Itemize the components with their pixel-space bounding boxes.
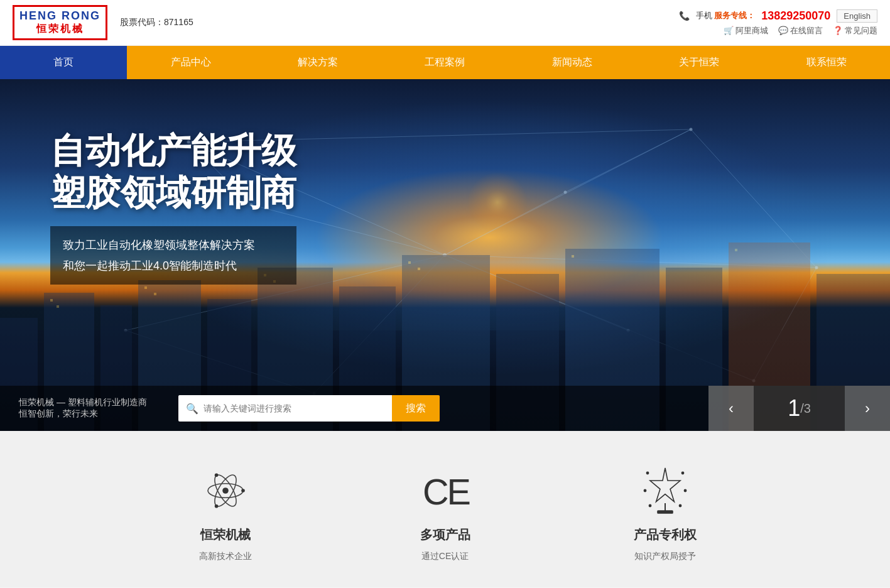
search-box: 🔍 — [178, 395, 392, 422]
nav-solutions[interactable]: 解决方案 — [254, 46, 381, 79]
svg-text:CE: CE — [423, 472, 469, 512]
search-input[interactable] — [204, 403, 367, 413]
svg-point-60 — [681, 472, 683, 474]
svg-line-14 — [565, 129, 691, 192]
hero-tagline: 恒荣机械 — 塑料辅机行业制造商 恒智创新，荣行未来 — [0, 397, 166, 420]
ali-store-link[interactable]: 🛒 阿里商城 — [724, 25, 768, 36]
prev-slide-button[interactable]: ‹ — [708, 386, 754, 431]
nav-home[interactable]: 首页 — [0, 46, 127, 79]
ce-mark-icon: CE — [417, 462, 474, 519]
comment-icon: 💬 — [778, 26, 788, 35]
phone-icon: 📞 — [679, 11, 690, 21]
nav-contact[interactable]: 联系恒荣 — [763, 46, 890, 79]
feature-ce: CE 多项产品 通过CE认证 — [335, 462, 555, 562]
cart-icon: 🛒 — [724, 26, 734, 35]
svg-rect-49 — [735, 249, 737, 251]
site-header: HENG RONG 恒荣机械 股票代码：871165 📞 手机 服务专线： 13… — [0, 0, 890, 46]
svg-point-22 — [564, 191, 567, 194]
search-button[interactable]: 搜索 — [392, 395, 440, 422]
feature-hengrong-title: 恒荣机械 — [200, 526, 251, 543]
nav-cases[interactable]: 工程案例 — [381, 46, 508, 79]
svg-rect-46 — [408, 261, 411, 264]
svg-point-18 — [815, 266, 818, 270]
feature-ce-desc: 通过CE认证 — [421, 551, 469, 562]
svg-point-53 — [222, 487, 229, 494]
logo-zh: 恒荣机械 — [36, 23, 84, 36]
hero-text: 自动化产能升级 塑胶领域研制商 致力工业自动化橡塑领域整体解决方案 和您一起推动… — [50, 129, 296, 285]
tagline-line1: 恒荣机械 — 塑料辅机行业制造商 — [19, 397, 147, 408]
slide-counter: 1 /3 — [754, 386, 845, 431]
logo-area: HENG RONG 恒荣机械 股票代码：871165 — [13, 5, 193, 40]
language-toggle[interactable]: English — [837, 9, 877, 23]
hero-desc-line2: 和您一起推动工业4.0智能制造时代 — [63, 256, 284, 276]
hero-banner: 自动化产能升级 塑胶领域研制商 致力工业自动化橡塑领域整体解决方案 和您一起推动… — [0, 79, 890, 431]
svg-rect-47 — [418, 268, 420, 270]
slideshow-controls: ‹ 1 /3 › — [708, 386, 890, 431]
svg-rect-66 — [658, 511, 673, 513]
svg-rect-40 — [50, 299, 53, 302]
nav-news[interactable]: 新闻动态 — [509, 46, 636, 79]
svg-point-64 — [679, 504, 681, 506]
header-right: 📞 手机 服务专线： 13829250070 English 🛒 阿里商城 💬 … — [679, 9, 877, 36]
feature-ce-title: 多项产品 — [420, 526, 470, 543]
slide-total: /3 — [800, 401, 811, 416]
phone-number: 13829250070 — [761, 9, 830, 23]
feature-patent-title: 产品专利权 — [634, 526, 697, 543]
feature-hengrong-desc: 高新技术企业 — [199, 551, 252, 562]
svg-point-63 — [649, 504, 651, 506]
svg-marker-58 — [650, 468, 680, 502]
tagline-line2: 恒智创新，荣行未来 — [19, 408, 147, 420]
atom-icon — [197, 462, 254, 519]
hero-title-line2: 塑胶领域研制商 — [50, 172, 296, 214]
hero-desc-line1: 致力工业自动化橡塑领域整体解决方案 — [63, 235, 284, 255]
svg-point-62 — [684, 489, 686, 491]
next-slide-button[interactable]: › — [845, 386, 890, 431]
search-icon: 🔍 — [186, 403, 198, 415]
nav-about[interactable]: 关于恒荣 — [636, 46, 762, 79]
question-icon: ❓ — [833, 26, 843, 35]
svg-rect-43 — [154, 293, 156, 295]
svg-point-59 — [646, 472, 648, 474]
slide-current: 1 — [788, 395, 800, 422]
svg-rect-41 — [57, 305, 59, 308]
features-section: 恒荣机械 高新技术企业 CE 多项产品 通过CE认证 — [0, 431, 890, 587]
svg-rect-42 — [144, 286, 147, 289]
hero-bottom-bar: 恒荣机械 — 塑料辅机行业制造商 恒智创新，荣行未来 🔍 搜索 ‹ 1 /3 › — [0, 386, 890, 431]
stock-code: 股票代码：871165 — [120, 17, 193, 28]
logo[interactable]: HENG RONG 恒荣机械 — [13, 5, 107, 40]
svg-point-17 — [690, 128, 693, 131]
hero-description: 致力工业自动化橡塑领域整体解决方案 和您一起推动工业4.0智能制造时代 — [50, 226, 296, 285]
svg-point-61 — [644, 489, 646, 491]
svg-point-56 — [214, 504, 218, 508]
svg-point-54 — [241, 489, 245, 493]
nav-products[interactable]: 产品中心 — [127, 46, 254, 79]
logo-en: HENG RONG — [19, 9, 100, 23]
header-links: 🛒 阿里商城 💬 在线留言 ❓ 常见问题 — [724, 25, 877, 36]
svg-rect-48 — [572, 255, 574, 258]
message-link[interactable]: 💬 在线留言 — [778, 25, 823, 36]
feature-patent-desc: 知识产权局授予 — [634, 551, 696, 562]
main-nav: 首页 产品中心 解决方案 工程案例 新闻动态 关于恒荣 联系恒荣 — [0, 46, 890, 79]
svg-point-55 — [214, 473, 218, 477]
header-top-row: 📞 手机 服务专线： 13829250070 English — [679, 9, 877, 23]
faq-link[interactable]: ❓ 常见问题 — [833, 25, 877, 36]
phone-label: 手机 服务专线： — [696, 10, 756, 21]
patent-icon — [637, 462, 693, 519]
feature-hengrong: 恒荣机械 高新技术企业 — [116, 462, 335, 562]
hero-title-line1: 自动化产能升级 — [50, 129, 296, 172]
feature-patent: 产品专利权 知识产权局授予 — [555, 462, 775, 562]
